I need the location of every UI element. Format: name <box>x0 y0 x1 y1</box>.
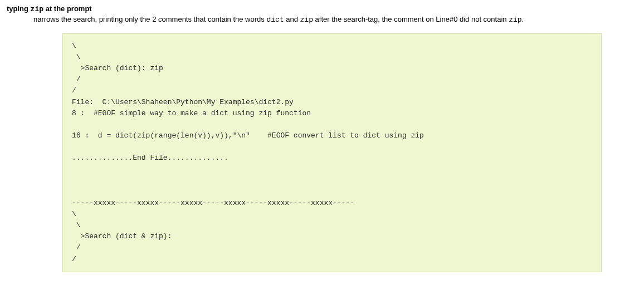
section-heading: typing zip at the prompt <box>7 4 637 13</box>
desc-keyword-zip-2: zip <box>509 16 521 24</box>
desc-text-1: narrows the search, printing only the 2 … <box>33 15 266 23</box>
heading-suffix: at the prompt <box>43 4 92 13</box>
code-block: \ \ >Search (dict): zip / / File: C:\Use… <box>62 33 602 272</box>
desc-text-3: after the search-tag, the comment on Lin… <box>313 15 509 23</box>
desc-keyword-zip: zip <box>300 16 313 24</box>
desc-text-4: . <box>522 15 524 23</box>
desc-keyword-dict: dict <box>266 16 284 24</box>
heading-keyword: zip <box>31 5 43 13</box>
heading-prefix: typing <box>7 4 31 13</box>
section-description: narrows the search, printing only the 2 … <box>33 14 637 26</box>
desc-text-2: and <box>284 15 300 23</box>
